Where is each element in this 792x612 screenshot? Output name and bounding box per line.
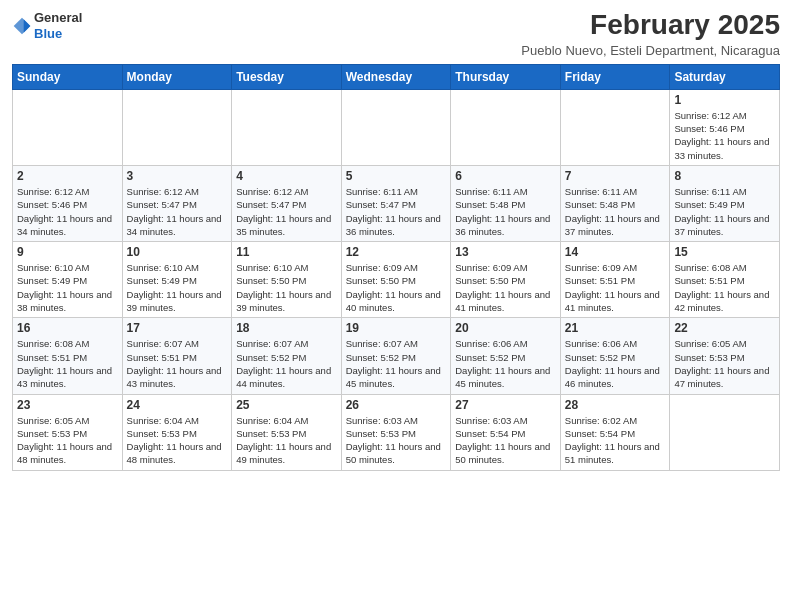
calendar-week-row: 9Sunrise: 6:10 AMSunset: 5:49 PMDaylight… <box>13 242 780 318</box>
calendar-cell: 13Sunrise: 6:09 AMSunset: 5:50 PMDayligh… <box>451 242 561 318</box>
calendar-day-header: Wednesday <box>341 64 451 89</box>
day-number: 23 <box>17 398 118 412</box>
day-info: Sunrise: 6:08 AMSunset: 5:51 PMDaylight:… <box>17 337 118 390</box>
day-info: Sunrise: 6:11 AMSunset: 5:47 PMDaylight:… <box>346 185 447 238</box>
calendar-cell: 26Sunrise: 6:03 AMSunset: 5:53 PMDayligh… <box>341 394 451 470</box>
day-info: Sunrise: 6:12 AMSunset: 5:46 PMDaylight:… <box>674 109 775 162</box>
calendar-day-header: Saturday <box>670 64 780 89</box>
day-number: 24 <box>127 398 228 412</box>
logo-general-text: General <box>34 10 82 25</box>
day-number: 21 <box>565 321 666 335</box>
calendar-cell <box>341 89 451 165</box>
calendar: SundayMondayTuesdayWednesdayThursdayFrid… <box>12 64 780 471</box>
calendar-cell: 17Sunrise: 6:07 AMSunset: 5:51 PMDayligh… <box>122 318 232 394</box>
day-info: Sunrise: 6:11 AMSunset: 5:48 PMDaylight:… <box>565 185 666 238</box>
day-info: Sunrise: 6:05 AMSunset: 5:53 PMDaylight:… <box>674 337 775 390</box>
page: General Blue February 2025 Pueblo Nuevo,… <box>0 0 792 612</box>
day-number: 5 <box>346 169 447 183</box>
calendar-cell <box>451 89 561 165</box>
calendar-cell: 4Sunrise: 6:12 AMSunset: 5:47 PMDaylight… <box>232 165 342 241</box>
calendar-day-header: Thursday <box>451 64 561 89</box>
day-info: Sunrise: 6:04 AMSunset: 5:53 PMDaylight:… <box>236 414 337 467</box>
day-info: Sunrise: 6:10 AMSunset: 5:50 PMDaylight:… <box>236 261 337 314</box>
title-block: February 2025 Pueblo Nuevo, Esteli Depar… <box>521 10 780 58</box>
calendar-header-row: SundayMondayTuesdayWednesdayThursdayFrid… <box>13 64 780 89</box>
day-info: Sunrise: 6:09 AMSunset: 5:50 PMDaylight:… <box>455 261 556 314</box>
location-title: Pueblo Nuevo, Esteli Department, Nicarag… <box>521 43 780 58</box>
calendar-cell: 12Sunrise: 6:09 AMSunset: 5:50 PMDayligh… <box>341 242 451 318</box>
day-info: Sunrise: 6:09 AMSunset: 5:51 PMDaylight:… <box>565 261 666 314</box>
calendar-cell: 15Sunrise: 6:08 AMSunset: 5:51 PMDayligh… <box>670 242 780 318</box>
day-number: 11 <box>236 245 337 259</box>
day-number: 18 <box>236 321 337 335</box>
day-number: 10 <box>127 245 228 259</box>
calendar-day-header: Sunday <box>13 64 123 89</box>
calendar-cell: 19Sunrise: 6:07 AMSunset: 5:52 PMDayligh… <box>341 318 451 394</box>
day-number: 19 <box>346 321 447 335</box>
day-number: 25 <box>236 398 337 412</box>
month-title: February 2025 <box>521 10 780 41</box>
calendar-day-header: Monday <box>122 64 232 89</box>
day-number: 3 <box>127 169 228 183</box>
calendar-cell: 20Sunrise: 6:06 AMSunset: 5:52 PMDayligh… <box>451 318 561 394</box>
day-number: 4 <box>236 169 337 183</box>
day-number: 15 <box>674 245 775 259</box>
day-info: Sunrise: 6:06 AMSunset: 5:52 PMDaylight:… <box>565 337 666 390</box>
day-info: Sunrise: 6:08 AMSunset: 5:51 PMDaylight:… <box>674 261 775 314</box>
day-number: 9 <box>17 245 118 259</box>
day-number: 1 <box>674 93 775 107</box>
day-number: 2 <box>17 169 118 183</box>
day-info: Sunrise: 6:07 AMSunset: 5:52 PMDaylight:… <box>346 337 447 390</box>
day-number: 6 <box>455 169 556 183</box>
day-info: Sunrise: 6:10 AMSunset: 5:49 PMDaylight:… <box>17 261 118 314</box>
day-info: Sunrise: 6:12 AMSunset: 5:46 PMDaylight:… <box>17 185 118 238</box>
calendar-cell: 3Sunrise: 6:12 AMSunset: 5:47 PMDaylight… <box>122 165 232 241</box>
calendar-cell: 1Sunrise: 6:12 AMSunset: 5:46 PMDaylight… <box>670 89 780 165</box>
calendar-day-header: Tuesday <box>232 64 342 89</box>
calendar-cell: 5Sunrise: 6:11 AMSunset: 5:47 PMDaylight… <box>341 165 451 241</box>
day-number: 14 <box>565 245 666 259</box>
calendar-cell: 6Sunrise: 6:11 AMSunset: 5:48 PMDaylight… <box>451 165 561 241</box>
calendar-cell: 8Sunrise: 6:11 AMSunset: 5:49 PMDaylight… <box>670 165 780 241</box>
day-number: 17 <box>127 321 228 335</box>
day-number: 20 <box>455 321 556 335</box>
day-number: 16 <box>17 321 118 335</box>
calendar-week-row: 16Sunrise: 6:08 AMSunset: 5:51 PMDayligh… <box>13 318 780 394</box>
logo: General Blue <box>12 10 82 41</box>
day-number: 26 <box>346 398 447 412</box>
day-number: 12 <box>346 245 447 259</box>
day-number: 28 <box>565 398 666 412</box>
calendar-week-row: 2Sunrise: 6:12 AMSunset: 5:46 PMDaylight… <box>13 165 780 241</box>
calendar-cell: 7Sunrise: 6:11 AMSunset: 5:48 PMDaylight… <box>560 165 670 241</box>
day-info: Sunrise: 6:07 AMSunset: 5:51 PMDaylight:… <box>127 337 228 390</box>
day-info: Sunrise: 6:11 AMSunset: 5:48 PMDaylight:… <box>455 185 556 238</box>
calendar-cell: 16Sunrise: 6:08 AMSunset: 5:51 PMDayligh… <box>13 318 123 394</box>
day-info: Sunrise: 6:05 AMSunset: 5:53 PMDaylight:… <box>17 414 118 467</box>
day-info: Sunrise: 6:11 AMSunset: 5:49 PMDaylight:… <box>674 185 775 238</box>
calendar-cell: 24Sunrise: 6:04 AMSunset: 5:53 PMDayligh… <box>122 394 232 470</box>
calendar-cell <box>13 89 123 165</box>
calendar-week-row: 23Sunrise: 6:05 AMSunset: 5:53 PMDayligh… <box>13 394 780 470</box>
day-info: Sunrise: 6:09 AMSunset: 5:50 PMDaylight:… <box>346 261 447 314</box>
day-info: Sunrise: 6:04 AMSunset: 5:53 PMDaylight:… <box>127 414 228 467</box>
day-info: Sunrise: 6:12 AMSunset: 5:47 PMDaylight:… <box>127 185 228 238</box>
calendar-week-row: 1Sunrise: 6:12 AMSunset: 5:46 PMDaylight… <box>13 89 780 165</box>
calendar-cell: 21Sunrise: 6:06 AMSunset: 5:52 PMDayligh… <box>560 318 670 394</box>
svg-marker-1 <box>24 19 31 32</box>
calendar-cell: 11Sunrise: 6:10 AMSunset: 5:50 PMDayligh… <box>232 242 342 318</box>
calendar-cell <box>670 394 780 470</box>
day-info: Sunrise: 6:10 AMSunset: 5:49 PMDaylight:… <box>127 261 228 314</box>
day-number: 13 <box>455 245 556 259</box>
calendar-cell: 25Sunrise: 6:04 AMSunset: 5:53 PMDayligh… <box>232 394 342 470</box>
day-info: Sunrise: 6:06 AMSunset: 5:52 PMDaylight:… <box>455 337 556 390</box>
calendar-day-header: Friday <box>560 64 670 89</box>
calendar-cell: 23Sunrise: 6:05 AMSunset: 5:53 PMDayligh… <box>13 394 123 470</box>
calendar-cell: 14Sunrise: 6:09 AMSunset: 5:51 PMDayligh… <box>560 242 670 318</box>
calendar-cell: 10Sunrise: 6:10 AMSunset: 5:49 PMDayligh… <box>122 242 232 318</box>
day-info: Sunrise: 6:12 AMSunset: 5:47 PMDaylight:… <box>236 185 337 238</box>
day-info: Sunrise: 6:03 AMSunset: 5:53 PMDaylight:… <box>346 414 447 467</box>
calendar-cell: 27Sunrise: 6:03 AMSunset: 5:54 PMDayligh… <box>451 394 561 470</box>
header: General Blue February 2025 Pueblo Nuevo,… <box>12 10 780 58</box>
day-number: 27 <box>455 398 556 412</box>
calendar-cell <box>560 89 670 165</box>
